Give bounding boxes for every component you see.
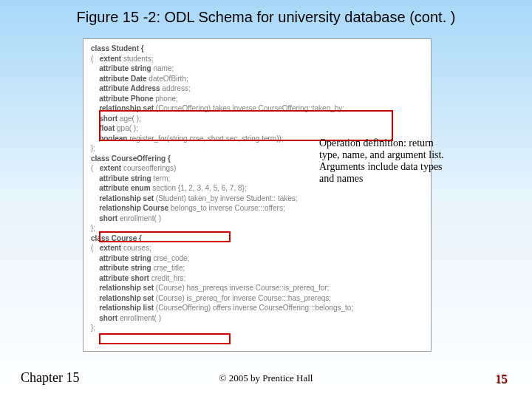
course-line-7: short enrollment( ) [91,313,423,324]
course-line-1: attribute string crse_code; [91,253,423,264]
course-line-0: ( extent courses; [91,243,423,253]
course-line-4: relationship set (Course) has_prereqs in… [91,283,423,293]
highlight-box-student-ops [99,110,393,141]
annotation-text: Operation definition: return type, name,… [319,137,452,185]
student-line-4: attribute Phone phone; [91,94,423,104]
highlight-box-offering-enroll [99,231,231,242]
offering-line-5: short enrollment( ) [91,214,423,224]
offering-line-4: relationship Course belongs_to inverse C… [91,203,423,214]
student-line-1: attribute string name; [91,64,423,74]
odl-code-panel: class Student { ( extent students; attri… [83,38,432,352]
slide-title: Figure 15 -2: ODL Schema for university … [0,9,532,26]
student-line-0: ( extent students; [91,54,423,64]
student-line-2: attribute Date dateOfBirth; [91,74,423,84]
student-class-header: class Student { [91,44,423,54]
footer-page-number: 15 [495,372,507,386]
course-line-2: attribute string crse_title; [91,263,423,273]
course-class-close: }; [91,323,423,333]
footer-copyright: © 2005 by Prentice Hall [0,372,532,384]
student-line-3: attribute Address address; [91,83,423,94]
offering-line-3: relationship set (Student) taken_by inve… [91,194,423,204]
course-line-6: relationship list (CourseOffering) offer… [91,303,423,313]
highlight-box-course-enroll [99,333,231,344]
course-line-3: attribute short credit_hrs; [91,273,423,284]
course-line-5: relationship set (Course) is_prereq_for … [91,293,423,304]
